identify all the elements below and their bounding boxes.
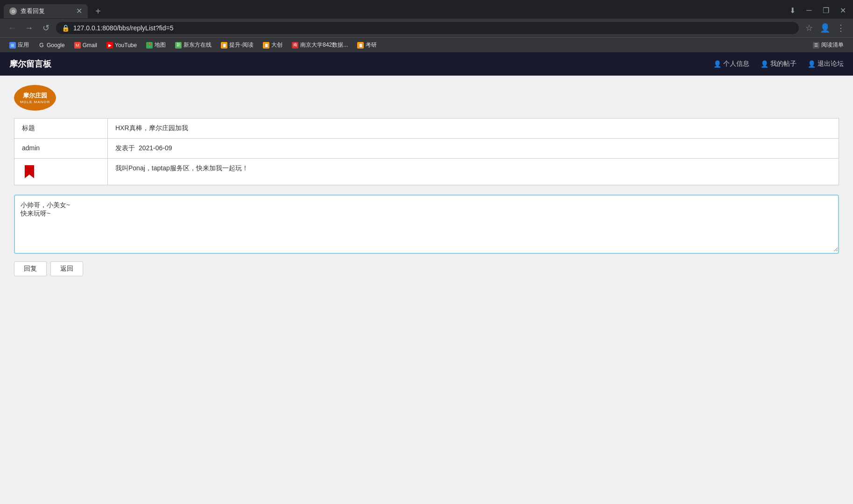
svg-marker-0 <box>25 165 34 178</box>
table-row-author: admin 发表于 2021-06-09 <box>14 139 839 159</box>
profile-icon: 👤 <box>713 60 721 68</box>
myposts-icon: 👤 <box>761 60 768 68</box>
back-button[interactable]: 返回 <box>50 261 83 276</box>
logo: 摩尔庄园 MOLE MANOR <box>14 85 56 111</box>
site-navigation: 摩尔留言板 👤 个人信息 👤 我的帖子 👤 退出论坛 <box>0 52 853 76</box>
site-title: 摩尔留言板 <box>9 58 713 70</box>
logo-area: 摩尔庄园 MOLE MANOR <box>14 85 839 111</box>
active-tab[interactable]: ⚙ 查看回复 ✕ <box>4 4 88 18</box>
profile-link[interactable]: 👤 个人信息 <box>713 60 749 68</box>
nanjing-icon: 南 <box>292 42 298 49</box>
myposts-link[interactable]: 👤 我的帖子 <box>761 60 797 68</box>
bookmark-xdf[interactable]: 新 新东方在线 <box>171 40 215 50</box>
close-button[interactable]: ✕ <box>836 4 849 17</box>
maps-icon: 📍 <box>146 42 153 49</box>
avatar-icon <box>25 165 34 178</box>
tab-favicon: ⚙ <box>9 7 17 15</box>
author-label: admin <box>14 139 108 159</box>
xdf-icon: 新 <box>175 42 182 49</box>
kaoyan-icon: 📋 <box>357 42 364 49</box>
google-icon: G <box>38 42 45 49</box>
table-row-content: 我叫Ponaj，taptap服务区，快来加我一起玩！ <box>14 159 839 185</box>
bookmark-dachuang[interactable]: 📋 大创 <box>259 40 286 50</box>
download-icon: ⬇ <box>786 4 799 17</box>
tisheng-icon: 📋 <box>221 42 227 49</box>
bookmark-tisheng[interactable]: 📋 提升-阅读 <box>217 40 257 50</box>
title-label: 标题 <box>14 119 108 139</box>
logo-main-text: 摩尔庄园 <box>23 91 47 100</box>
bookmark-youtube[interactable]: ▶ YouTube <box>103 41 141 50</box>
tab-close-button[interactable]: ✕ <box>76 7 82 15</box>
bookmark-kaoyan[interactable]: 📋 考研 <box>353 40 381 50</box>
bookmark-gmail[interactable]: M Gmail <box>70 41 101 50</box>
new-tab-button[interactable]: + <box>92 5 105 18</box>
bookmark-maps[interactable]: 📍 地图 <box>142 40 169 50</box>
avatar-cell <box>14 159 108 185</box>
maximize-button[interactable]: ❐ <box>819 4 832 17</box>
bookmark-star-button[interactable]: ☆ <box>803 21 816 35</box>
date-cell: 发表于 2021-06-09 <box>108 139 839 159</box>
youtube-icon: ▶ <box>106 42 113 49</box>
minimize-button[interactable]: ─ <box>803 4 816 17</box>
url-text: 127.0.0.1:8080/bbs/replyList?fid=5 <box>73 24 793 32</box>
back-button[interactable]: ← <box>6 21 19 35</box>
reading-list-icon: ☰ <box>813 42 819 49</box>
apps-icon: ⊞ <box>9 42 16 49</box>
action-buttons: 回复 返回 <box>14 261 839 276</box>
title-value: HXR真棒，摩尔庄园加我 <box>108 119 839 139</box>
gmail-icon: M <box>74 42 81 49</box>
table-row-title: 标题 HXR真棒，摩尔庄园加我 <box>14 119 839 139</box>
bookmark-google[interactable]: G Google <box>35 41 69 50</box>
bookmark-nanjing[interactable]: 南 南京大学842数据... <box>288 40 352 50</box>
dachuang-icon: 📋 <box>263 42 269 49</box>
reply-area <box>14 195 839 254</box>
logout-link[interactable]: 👤 退出论坛 <box>808 60 844 68</box>
submit-reply-button[interactable]: 回复 <box>14 261 47 276</box>
tab-title: 查看回复 <box>21 7 72 15</box>
profile-button[interactable]: 👤 <box>818 21 832 35</box>
avatar <box>22 164 37 179</box>
security-icon: 🔒 <box>62 24 70 32</box>
date-label: 发表于 <box>115 144 135 152</box>
bookmark-apps[interactable]: ⊞ 应用 <box>6 40 33 50</box>
reply-textarea[interactable] <box>15 196 838 252</box>
reading-list-button[interactable]: ☰ 阅读清单 <box>809 40 847 50</box>
forward-button[interactable]: → <box>22 21 35 35</box>
logout-icon: 👤 <box>808 60 816 68</box>
address-bar[interactable]: 🔒 127.0.0.1:8080/bbs/replyList?fid=5 <box>56 22 799 34</box>
post-content: 我叫Ponaj，taptap服务区，快来加我一起玩！ <box>108 159 839 185</box>
menu-button[interactable]: ⋮ <box>834 21 847 35</box>
logo-sub-text: MOLE MANOR <box>20 100 50 104</box>
post-table: 标题 HXR真棒，摩尔庄园加我 admin 发表于 2021-06-09 <box>14 118 839 185</box>
reload-button[interactable]: ↺ <box>39 21 52 35</box>
date-value: 2021-06-09 <box>139 144 172 152</box>
